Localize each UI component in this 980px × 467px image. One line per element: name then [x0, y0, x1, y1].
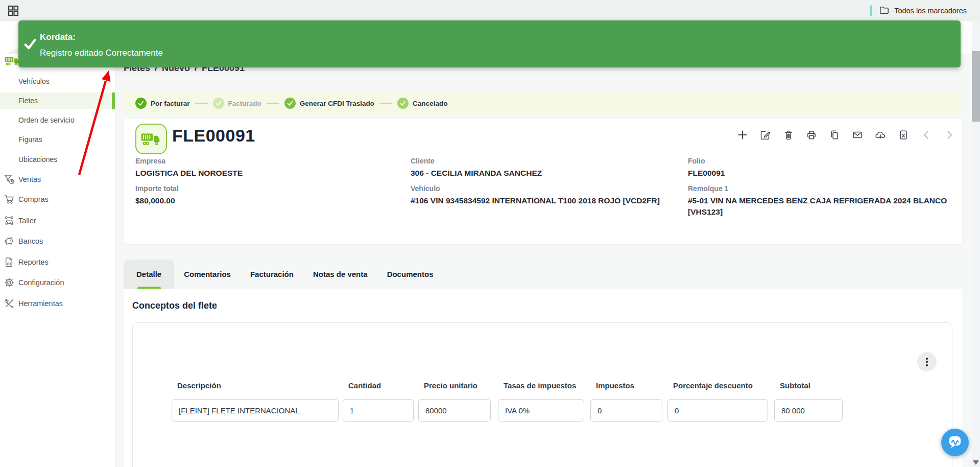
printer-icon: [806, 129, 817, 141]
column-descripcion: Descripción: [172, 381, 339, 422]
tab-documentos[interactable]: Documentos: [377, 260, 443, 289]
sidebar-item-label: Configuración: [18, 278, 64, 287]
all-bookmarks-button[interactable]: Todos los marcadores: [879, 5, 967, 17]
piggy-bank-icon: [4, 236, 15, 247]
sidebar-item-configuracion[interactable]: Configuración: [0, 274, 115, 291]
column-cantidad: Cantidad: [343, 381, 414, 422]
envelope-icon: [852, 129, 863, 141]
field-importe-total: Importe total $80,000.00: [135, 184, 179, 206]
chevron-right-icon: [944, 129, 955, 141]
check-icon: [397, 98, 409, 109]
email-button[interactable]: [852, 129, 863, 141]
toast-text: Kordata: Registro editado Correctamente: [40, 31, 163, 59]
concept-impuestos-input[interactable]: [590, 399, 662, 422]
sidebar-item-figuras[interactable]: Figuras: [0, 131, 115, 148]
tab-panel-detalle: Conceptos del flete Descripción Cantidad…: [124, 289, 962, 467]
excel-export-button[interactable]: [898, 129, 909, 141]
step-label: Cancelado: [413, 100, 447, 107]
sidebar-item-ventas[interactable]: Ventas: [0, 171, 115, 188]
sidebar-item-reportes[interactable]: Reportes: [0, 254, 115, 270]
toast-title: Kordata:: [40, 31, 163, 43]
chat-widget-button[interactable]: [941, 429, 969, 456]
sidebar-item-bancos[interactable]: Bancos: [0, 233, 115, 249]
trash-icon: [783, 129, 794, 141]
step-facturado[interactable]: Facturado: [213, 98, 261, 109]
sidebar-item-label: Vehículos: [18, 77, 50, 85]
scrollbar-thumb[interactable]: [972, 51, 980, 122]
field-label: Remolque 1: [688, 184, 953, 193]
field-value: $80,000.00: [135, 195, 179, 206]
sidebar-item-label: Ubicaciones: [18, 155, 57, 164]
previous-record-button[interactable]: [921, 129, 932, 141]
scrollbar[interactable]: [972, 21, 980, 467]
column-header: Cantidad: [343, 381, 414, 390]
field-label: Cliente: [411, 157, 668, 165]
sidebar-item-label: Ventas: [18, 175, 41, 183]
concept-tasas-impuestos-input[interactable]: [498, 399, 584, 422]
step-connector: [379, 103, 392, 104]
sidebar-item-label: Figuras: [18, 135, 42, 144]
concept-cantidad-input[interactable]: [343, 399, 414, 422]
sidebar-item-ubicaciones[interactable]: Ubicaciones: [0, 151, 115, 168]
field-label: Empresa: [135, 157, 243, 165]
column-header: Precio unitario: [418, 381, 491, 390]
next-record-button[interactable]: [944, 129, 955, 141]
bookmarks-divider: [870, 5, 872, 16]
sidebar-item-label: Taller: [18, 217, 36, 225]
browser-bookmarks-bar: Todos los marcadores: [0, 0, 980, 21]
folder-icon: [879, 5, 889, 17]
sidebar-item-label: Fletes: [18, 97, 38, 105]
sales-funnel-icon: [4, 174, 15, 185]
sidebar-item-fletes[interactable]: Fletes: [0, 92, 115, 109]
section-title: Conceptos del flete: [132, 300, 217, 311]
field-cliente: Cliente 306 - CECILIA MIRANDA SANCHEZ: [411, 157, 668, 179]
download-button[interactable]: [875, 129, 886, 141]
truck-icon: [5, 56, 20, 66]
sidebar-item-label: Compras: [18, 195, 49, 203]
record-title: FLE00091: [172, 126, 255, 146]
add-button[interactable]: [737, 129, 748, 141]
field-folio: Folio FLE00091: [688, 157, 953, 179]
tab-notas-de-venta[interactable]: Notas de venta: [303, 260, 377, 289]
column-impuestos: Impuestos: [590, 381, 662, 422]
copy-button[interactable]: [829, 129, 840, 141]
apps-grid-icon[interactable]: [7, 5, 19, 17]
step-cancelado[interactable]: Cancelado: [397, 98, 447, 109]
sidebar: Flotilla Vehículos Fletes Orden de servi…: [0, 54, 115, 467]
edit-button[interactable]: [760, 129, 771, 141]
sidebar-item-orden-de-servicio[interactable]: Orden de servicio: [0, 112, 115, 128]
success-toast: Kordata: Registro editado Correctamente: [18, 20, 961, 67]
field-value: 306 - CECILIA MIRANDA SANCHEZ: [411, 168, 668, 179]
report-icon: [4, 256, 15, 268]
sidebar-item-vehiculos[interactable]: Vehículos: [0, 73, 115, 89]
tab-detalle[interactable]: Detalle: [124, 260, 174, 289]
column-precio-unitario: Precio unitario: [418, 381, 491, 422]
step-connector: [267, 103, 279, 104]
tab-facturacion[interactable]: Facturación: [241, 260, 303, 289]
sidebar-item-taller[interactable]: Taller: [0, 213, 115, 229]
sidebar-item-herramientas[interactable]: Herramientas: [0, 295, 115, 312]
concept-descripcion-input[interactable]: [172, 399, 339, 422]
step-label: Por facturar: [151, 100, 190, 107]
sidebar-item-label: Herramientas: [18, 299, 63, 308]
concept-porcentaje-descuento-input[interactable]: [667, 399, 768, 422]
chat-bubble-icon: [947, 434, 963, 452]
concepts-card: Descripción Cantidad Precio unitario Tas…: [132, 322, 952, 467]
print-button[interactable]: [806, 129, 817, 141]
truck-icon: [141, 132, 161, 146]
column-header: Tasas de impuestos: [498, 381, 584, 390]
step-generar-cfdi-traslado[interactable]: Generar CFDI Traslado: [284, 98, 374, 109]
step-por-facturar[interactable]: Por facturar: [135, 98, 190, 109]
scroll-down-arrow[interactable]: [973, 460, 979, 465]
chevron-left-icon: [921, 129, 932, 141]
concepts-menu-button[interactable]: [917, 352, 937, 371]
excel-file-icon: [898, 129, 909, 141]
concept-subtotal-input[interactable]: [774, 399, 843, 422]
edit-icon: [760, 129, 771, 141]
delete-button[interactable]: [783, 129, 794, 141]
check-icon: [135, 98, 147, 109]
workshop-icon: [4, 215, 15, 226]
tab-comentarios[interactable]: Comentarios: [174, 260, 241, 289]
sidebar-item-compras[interactable]: Compras: [0, 191, 115, 207]
concept-precio-unitario-input[interactable]: [418, 399, 491, 422]
